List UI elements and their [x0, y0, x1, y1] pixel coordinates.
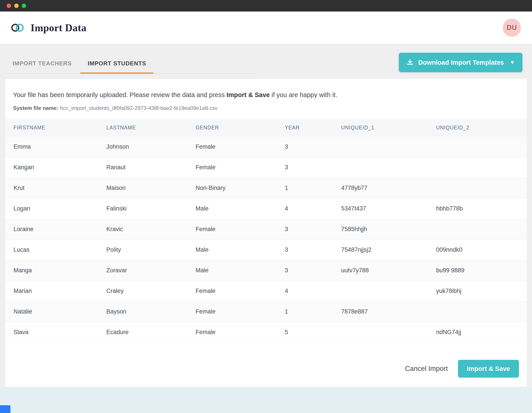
- table-cell: 4778yb77: [341, 178, 436, 198]
- table-cell: Kangan: [5, 157, 106, 178]
- table-cell: 4: [285, 198, 341, 219]
- table-cell: Slava: [5, 322, 106, 343]
- table-cell: Bayson: [106, 301, 196, 322]
- footer-band: [0, 388, 532, 413]
- upload-notice: Your file has been temporarily uploaded.…: [5, 79, 527, 99]
- notice-text-bold: Import & Save: [227, 91, 270, 98]
- tab-import-students[interactable]: IMPORT STUDENTS: [80, 54, 154, 73]
- column-header: UNIQUEID_1: [341, 119, 436, 136]
- table-cell: Female: [196, 219, 285, 240]
- download-templates-label: Download Import Templates: [418, 59, 504, 66]
- table-row: KrutMaisonNon-Binary14778yb77: [5, 178, 527, 198]
- table-cell: bu99 9889: [436, 260, 527, 281]
- cancel-import-button[interactable]: Cancel Import: [405, 365, 448, 373]
- app-logo-icon: [11, 23, 24, 33]
- table-cell: Natalie: [5, 301, 106, 322]
- toolbar-row: IMPORT TEACHERS IMPORT STUDENTS Download…: [0, 44, 532, 75]
- table-cell: 75487njjsj2: [341, 240, 436, 260]
- table-cell: [436, 219, 527, 240]
- column-header: GENDER: [196, 119, 285, 136]
- column-header: UNIQUEID_2: [436, 119, 527, 136]
- table-cell: Female: [196, 157, 285, 178]
- table-cell: Maison: [106, 178, 196, 198]
- scrollbar-thumb[interactable]: [0, 405, 10, 413]
- table-cell: ndNG74jj: [436, 322, 527, 343]
- notice-text-post: if you are happy with it.: [270, 91, 337, 98]
- table-cell: Female: [196, 301, 285, 322]
- table-cell: 1: [285, 301, 341, 322]
- table-cell: Logan: [5, 198, 106, 219]
- system-file-name: System file name:hcc_import_students_df0…: [5, 99, 527, 111]
- notice-text-pre: Your file has been temporarily uploaded.…: [13, 91, 227, 98]
- avatar[interactable]: DU: [503, 19, 521, 37]
- table-cell: [341, 322, 436, 343]
- table-cell: Marian: [5, 281, 106, 301]
- table-cell: [436, 178, 527, 198]
- table-cell: Krut: [5, 178, 106, 198]
- students-table: FIRSTNAMELASTNAMEGENDERYEARUNIQUEID_1UNI…: [5, 119, 527, 343]
- titlebar: [0, 0, 532, 11]
- table-cell: Female: [196, 136, 285, 157]
- table-cell: yuk78ibhj: [436, 281, 527, 301]
- table-cell: Zoravar: [106, 260, 196, 281]
- table-cell: Kravic: [106, 219, 196, 240]
- column-header: LASTNAME: [106, 119, 196, 136]
- table-cell: 3: [285, 136, 341, 157]
- table-cell: 7585hhjjh: [341, 219, 436, 240]
- table-cell: 3: [285, 219, 341, 240]
- table-cell: 5: [285, 322, 341, 343]
- table-header-row: FIRSTNAMELASTNAMEGENDERYEARUNIQUEID_1UNI…: [5, 119, 527, 136]
- zoom-button[interactable]: [22, 4, 26, 8]
- table-cell: Emma: [5, 136, 106, 157]
- table-cell: 4: [285, 281, 341, 301]
- file-name-value: hcc_import_students_df0fa092-2973-438f-b…: [60, 105, 218, 111]
- table-cell: Lucas: [5, 240, 106, 260]
- column-header: FIRSTNAME: [5, 119, 106, 136]
- page-title: Import Data: [31, 22, 86, 34]
- table-cell: Manga: [5, 260, 106, 281]
- table-cell: Male: [196, 260, 285, 281]
- table-cell: uutv7y788: [341, 260, 436, 281]
- import-review-card: Your file has been temporarily uploaded.…: [5, 79, 527, 387]
- table-row: MarianCraleyFemale4yuk78ibhj: [5, 281, 527, 301]
- column-header: YEAR: [285, 119, 341, 136]
- table-cell: Polity: [106, 240, 196, 260]
- table-row: LoganFalinskiMale45347t437hbhb778b: [5, 198, 527, 219]
- table-cell: Female: [196, 281, 285, 301]
- table-body: EmmaJohnsonFemale3KanganRanautFemale3Kru…: [5, 136, 527, 343]
- table-cell: 3: [285, 240, 341, 260]
- download-templates-button[interactable]: Download Import Templates ▼: [399, 53, 522, 72]
- table-row: SlavaEcadureFemale5ndNG74jj: [5, 322, 527, 343]
- table-row: LucasPolityMale375487njjsj2009nndk0: [5, 240, 527, 260]
- import-save-button[interactable]: Import & Save: [458, 360, 519, 377]
- close-button[interactable]: [7, 4, 11, 8]
- card-footer: Cancel Import Import & Save: [405, 360, 519, 377]
- table-cell: 009nndk0: [436, 240, 527, 260]
- table-cell: Craley: [106, 281, 196, 301]
- tab-import-teachers[interactable]: IMPORT TEACHERS: [5, 54, 79, 73]
- table-row: LoraineKravicFemale37585hhjjh: [5, 219, 527, 240]
- table-cell: Male: [196, 198, 285, 219]
- chevron-down-icon: ▼: [510, 59, 515, 66]
- table-cell: 1: [285, 178, 341, 198]
- table-row: EmmaJohnsonFemale3: [5, 136, 527, 157]
- table-cell: Ecadure: [106, 322, 196, 343]
- table-row: NatalieBaysonFemale17878e887: [5, 301, 527, 322]
- table-cell: Falinski: [106, 198, 196, 219]
- table-cell: [436, 157, 527, 178]
- table-cell: hbhb778b: [436, 198, 527, 219]
- table-cell: Non-Binary: [196, 178, 285, 198]
- table-cell: Loraine: [5, 219, 106, 240]
- table-cell: 7878e887: [341, 301, 436, 322]
- table-cell: 3: [285, 260, 341, 281]
- table-cell: Female: [196, 322, 285, 343]
- table-cell: Male: [196, 240, 285, 260]
- minimize-button[interactable]: [14, 4, 19, 8]
- table-row: MangaZoravarMale3uutv7y788bu99 9889: [5, 260, 527, 281]
- download-icon: [406, 59, 414, 66]
- table-row: KanganRanautFemale3: [5, 157, 527, 178]
- table-cell: 5347t437: [341, 198, 436, 219]
- table-cell: [341, 157, 436, 178]
- file-name-label: System file name:: [13, 105, 58, 111]
- table-cell: Ranaut: [106, 157, 196, 178]
